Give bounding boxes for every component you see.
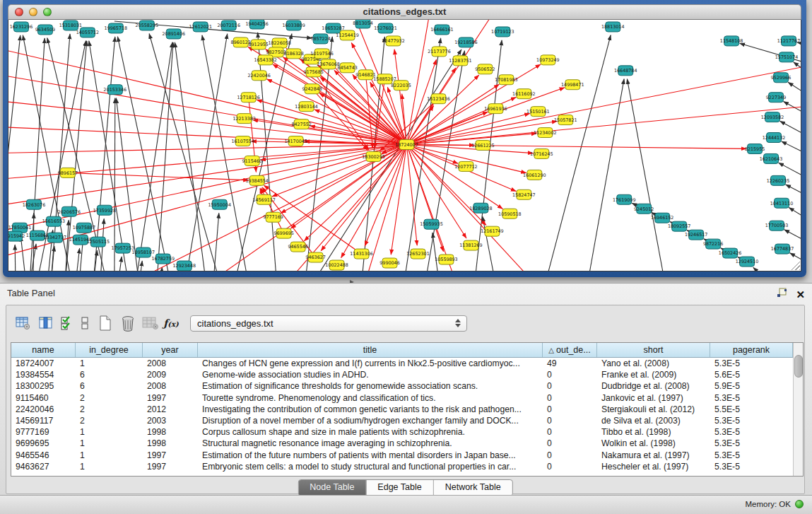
graph-node[interactable]: 9465546: [288, 242, 307, 252]
graph-node[interactable]: 9115460: [242, 156, 261, 165]
cell-in-degree[interactable]: 1: [76, 450, 143, 461]
cell-title[interactable]: Embryonic stem cells: a model to study s…: [198, 461, 543, 472]
cell-year[interactable]: 1998: [143, 438, 198, 449]
graph-node[interactable]: 11431306: [350, 249, 372, 259]
graph-node[interactable]: 16774837: [771, 244, 794, 254]
cell-out-de-[interactable]: 0: [543, 369, 597, 380]
cell-in-degree[interactable]: 6: [76, 380, 143, 392]
cell-title[interactable]: Disruption of a novel member of a sodium…: [198, 415, 543, 426]
graph-node[interactable]: 12924510: [736, 257, 758, 267]
table-row[interactable]: 1456911722003Disruption of a novel membe…: [11, 415, 793, 426]
close-panel-icon[interactable]: ✕: [796, 290, 805, 300]
graph-node[interactable]: 11217767: [777, 36, 800, 46]
cell-title[interactable]: Tourette syndrome. Phenomenology and cla…: [198, 392, 543, 404]
cell-year[interactable]: 2008: [143, 380, 198, 392]
graph-node[interactable]: 19965718: [105, 23, 127, 33]
graph-node[interactable]: 12612021: [189, 22, 212, 32]
cell-pagerank[interactable]: 5.9E-5: [710, 380, 793, 392]
graph-node[interactable]: 16210643: [760, 153, 782, 163]
graph-node[interactable]: 15123436: [427, 94, 449, 104]
cell-title[interactable]: Estimation of significance thresholds fo…: [198, 380, 543, 392]
cell-out-de-[interactable]: 0: [543, 438, 597, 449]
close-window-icon[interactable]: [15, 8, 23, 16]
cell-out-de-[interactable]: 0: [543, 461, 597, 472]
cell-name[interactable]: 22420046: [11, 404, 76, 415]
graph-node[interactable]: 8454743: [337, 63, 357, 73]
cell-name[interactable]: 9115460: [11, 392, 76, 404]
cell-out-de-[interactable]: 0: [543, 426, 597, 438]
graph-node[interactable]: 7857224: [310, 34, 330, 44]
graph-node[interactable]: 18226058: [268, 38, 290, 48]
cell-short[interactable]: Stergiakouli et al. (2012): [597, 404, 710, 415]
cell-in-degree[interactable]: 1: [76, 358, 143, 369]
graph-node[interactable]: 12661225: [471, 141, 494, 151]
graph-node[interactable]: 16033809: [282, 21, 305, 30]
graph-node[interactable]: 10716245: [530, 148, 553, 158]
cell-in-degree[interactable]: 2: [76, 404, 143, 415]
cell-year[interactable]: 2009: [143, 369, 198, 380]
cell-pagerank[interactable]: 5.3E-5: [710, 415, 793, 426]
column-header-title[interactable]: title: [198, 343, 543, 357]
window-titlebar[interactable]: citations_edges.txt: [8, 4, 801, 20]
graph-node[interactable]: 10559893: [435, 255, 457, 264]
cell-year[interactable]: 2003: [143, 415, 198, 426]
table-row[interactable]: 946362711997Embryonic stem cells: a mode…: [11, 461, 793, 472]
graph-node[interactable]: 20558295: [136, 21, 158, 30]
graph-node[interactable]: 8215955: [745, 144, 765, 154]
network-canvas[interactable]: 16231296 9634509 15318031 14055712 19965…: [8, 20, 801, 271]
cell-out-de-[interactable]: 0: [543, 415, 597, 426]
network-graph[interactable]: 16231296 9634509 15318031 14055712 19965…: [8, 20, 801, 271]
cell-year[interactable]: 1997: [143, 461, 198, 472]
cell-in-degree[interactable]: 2: [76, 392, 143, 404]
graph-node[interactable]: 9896157: [58, 168, 78, 177]
cell-year[interactable]: 1998: [143, 426, 198, 438]
column-header-short[interactable]: short: [597, 343, 710, 357]
table-row[interactable]: 1872400712008Changes of HCN gene express…: [11, 358, 793, 369]
graph-node[interactable]: 10975887: [73, 223, 95, 233]
graph-node[interactable]: 9175685: [303, 67, 323, 77]
tab-network-table[interactable]: Network Table: [433, 480, 512, 496]
scrollbar-thumb[interactable]: [794, 355, 803, 378]
graph-node[interactable]: 19246517: [685, 230, 707, 240]
graph-node[interactable]: 14998471: [561, 80, 584, 90]
cell-year[interactable]: 1997: [143, 450, 198, 461]
cell-pagerank[interactable]: 5.3E-5: [710, 358, 793, 369]
cell-title[interactable]: Corpus callosum shape and size in male p…: [198, 426, 543, 438]
graph-node[interactable]: 20072116: [217, 21, 240, 30]
cell-short[interactable]: Franke et al. (2009): [597, 369, 710, 380]
column-highlight-icon[interactable]: [35, 312, 57, 334]
graph-node[interactable]: 10022488: [325, 260, 348, 270]
column-header-in-degree[interactable]: in_degree: [76, 343, 143, 357]
table-selector-dropdown[interactable]: citations_edges.txt: [190, 315, 467, 332]
graph-node[interactable]: 16782759: [152, 254, 175, 264]
graph-node[interactable]: 10590518: [498, 209, 521, 218]
graph-node[interactable]: 18092557: [668, 221, 690, 231]
column-header-year[interactable]: year: [143, 343, 198, 357]
cell-name[interactable]: 14569117: [11, 415, 76, 426]
cell-name[interactable]: 18724007: [11, 358, 76, 369]
cell-out-de-[interactable]: 0: [543, 392, 597, 404]
graph-node[interactable]: 9529966: [771, 73, 791, 83]
graph-node[interactable]: 19218586: [454, 37, 477, 47]
zoom-window-icon[interactable]: [43, 8, 52, 16]
cell-pagerank[interactable]: 5.6E-5: [710, 369, 793, 380]
cell-pagerank[interactable]: 5.5E-5: [710, 404, 793, 415]
graph-node[interactable]: 15276021: [374, 23, 396, 33]
graph-node[interactable]: 9242848: [302, 84, 322, 94]
graph-node[interactable]: 12923448: [173, 261, 196, 271]
graph-node[interactable]: 10973249: [536, 55, 559, 65]
function-builder-icon[interactable]: ƒ(x): [162, 312, 180, 334]
cell-title[interactable]: Investigating the contribution of common…: [198, 404, 543, 415]
float-panel-icon[interactable]: [777, 288, 787, 301]
graph-node[interactable]: 11548108: [720, 36, 743, 46]
cell-year[interactable]: 2008: [143, 358, 198, 369]
cell-out-de-[interactable]: 0: [543, 380, 597, 392]
cell-pagerank[interactable]: 5.3E-5: [710, 461, 793, 472]
graph-node[interactable]: 12444132: [763, 133, 785, 143]
graph-node[interactable]: 17359928: [93, 205, 116, 215]
cell-name[interactable]: 18300295: [11, 380, 76, 392]
graph-node[interactable]: 12077712: [454, 161, 477, 171]
graph-node[interactable]: 15150161: [526, 107, 549, 117]
cell-out-de-[interactable]: 0: [543, 404, 597, 415]
graph-node[interactable]: 17081983: [495, 75, 517, 85]
